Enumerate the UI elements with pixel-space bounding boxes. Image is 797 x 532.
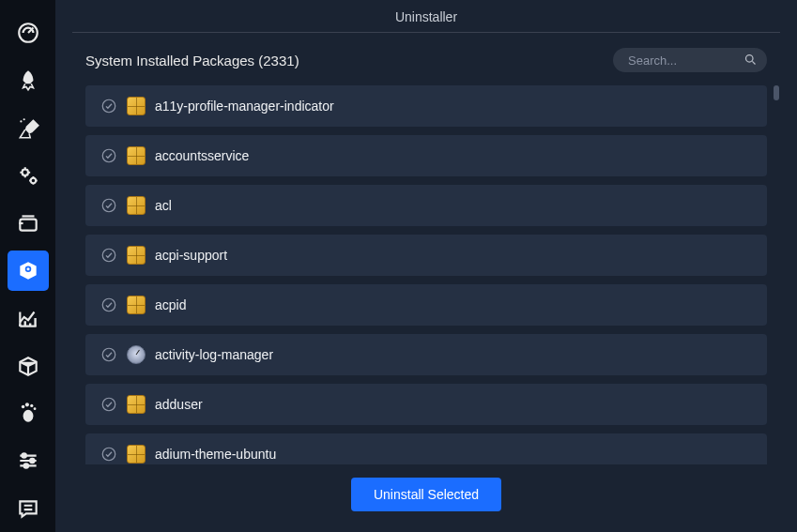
package-box-icon	[127, 196, 146, 215]
svg-point-19	[102, 199, 115, 212]
section-title-prefix: System Installed Packages	[85, 53, 254, 68]
package-eye-icon	[16, 259, 40, 283]
sidebar-item-logs[interactable]	[8, 488, 49, 528]
svg-rect-5	[20, 220, 36, 231]
sidebar-item-dashboard[interactable]	[8, 13, 49, 53]
package-name-label: accountsservice	[155, 148, 249, 163]
svg-point-11	[30, 404, 33, 407]
package-row[interactable]: acl	[85, 185, 767, 226]
package-name-label: acpi-support	[155, 248, 227, 263]
section-title-count: (2331)	[258, 53, 299, 68]
package-row[interactable]: adium-theme-ubuntu	[85, 433, 767, 464]
section-header: System Installed Packages (2331)	[72, 48, 780, 85]
window-title: Uninstaller	[72, 0, 780, 32]
svg-point-8	[23, 410, 33, 422]
package-box-icon	[127, 146, 146, 165]
footer: Uninstall Selected	[72, 464, 780, 532]
card-stack-icon	[16, 211, 40, 236]
sidebar-item-resources[interactable]	[8, 298, 49, 339]
sidebar-item-gnome[interactable]	[8, 393, 49, 433]
search-box	[613, 48, 767, 72]
svg-point-15	[23, 464, 27, 467]
package-box-icon	[127, 395, 146, 414]
check-circle-icon[interactable]	[100, 197, 117, 214]
check-circle-icon[interactable]	[100, 98, 117, 114]
main-panel: Uninstaller System Installed Packages (2…	[55, 0, 797, 532]
svg-point-21	[102, 298, 115, 312]
gnome-foot-icon	[16, 401, 40, 425]
package-list: a11y-profile-manager-indicatoraccountsse…	[72, 85, 780, 464]
svg-point-9	[21, 405, 23, 408]
sidebar-item-uninstaller[interactable]	[8, 251, 49, 291]
rocket-icon	[16, 68, 40, 93]
check-circle-icon[interactable]	[100, 396, 117, 413]
svg-point-1	[20, 120, 22, 122]
package-box-icon	[127, 246, 146, 265]
scrollbar-thumb[interactable]	[774, 85, 779, 100]
package-name-label: acpid	[155, 297, 186, 312]
check-circle-icon[interactable]	[100, 446, 117, 463]
package-box-icon	[127, 445, 146, 464]
check-circle-icon[interactable]	[100, 247, 117, 264]
box-icon	[16, 354, 40, 378]
package-row[interactable]: a11y-profile-manager-indicator	[85, 85, 767, 127]
title-divider	[72, 32, 780, 33]
svg-point-10	[24, 403, 28, 407]
scrollbar-track[interactable]	[773, 85, 780, 464]
package-box-icon	[127, 296, 146, 314]
svg-point-17	[102, 99, 115, 113]
package-row[interactable]: accountsservice	[85, 135, 767, 176]
sliders-icon	[16, 448, 40, 473]
gears-icon	[16, 163, 40, 188]
package-row[interactable]: adduser	[85, 384, 767, 425]
svg-point-14	[30, 459, 34, 463]
package-name-label: a11y-profile-manager-indicator	[155, 99, 334, 114]
section-title: System Installed Packages (2331)	[85, 53, 299, 68]
package-name-label: adium-theme-ubuntu	[155, 447, 276, 462]
sidebar-item-services[interactable]	[8, 156, 49, 196]
package-name-label: adduser	[155, 397, 203, 412]
sidebar-item-processes[interactable]	[8, 204, 49, 244]
package-row[interactable]: acpi-support	[85, 235, 767, 276]
check-circle-icon[interactable]	[100, 296, 117, 313]
svg-point-4	[30, 178, 35, 183]
broom-icon	[16, 116, 40, 141]
package-row[interactable]: activity-log-manager	[85, 334, 767, 375]
chart-line-icon	[16, 306, 40, 330]
svg-point-2	[23, 118, 24, 120]
svg-point-7	[26, 267, 29, 270]
message-lines-icon	[16, 496, 40, 521]
sidebar	[0, 0, 55, 532]
svg-point-16	[746, 55, 754, 63]
package-box-icon	[127, 97, 146, 115]
package-name-label: activity-log-manager	[155, 347, 273, 362]
sidebar-item-packages[interactable]	[8, 345, 49, 386]
package-name-label: acl	[155, 198, 172, 213]
gauge-icon	[16, 21, 40, 45]
package-row[interactable]: acpid	[85, 284, 767, 326]
svg-point-13	[22, 453, 25, 457]
check-circle-icon[interactable]	[100, 147, 117, 164]
sidebar-item-cleaner[interactable]	[8, 108, 49, 148]
svg-point-24	[102, 448, 115, 461]
sidebar-item-settings[interactable]	[8, 441, 49, 481]
svg-point-20	[102, 249, 115, 262]
uninstall-selected-button[interactable]: Uninstall Selected	[351, 478, 501, 511]
svg-point-18	[102, 149, 115, 162]
svg-point-22	[102, 348, 115, 361]
svg-point-12	[33, 408, 36, 411]
svg-point-23	[102, 398, 115, 411]
check-circle-icon[interactable]	[100, 346, 117, 363]
clock-icon	[127, 345, 146, 364]
sidebar-item-startup[interactable]	[8, 61, 49, 101]
search-icon	[743, 53, 758, 67]
